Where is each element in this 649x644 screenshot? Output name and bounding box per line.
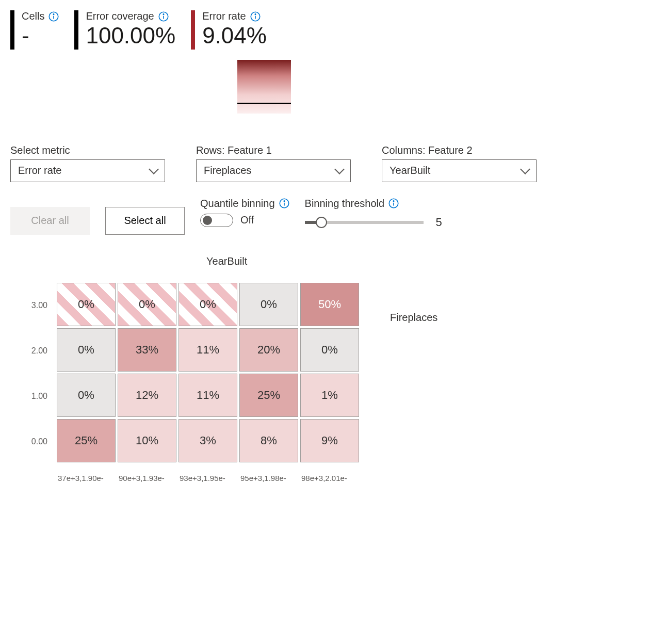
heatmap-cell[interactable]: 25% [239,374,298,417]
metric-bar [191,10,195,50]
slider-handle[interactable] [316,217,327,228]
rows-feature-label: Rows: Feature 1 [196,144,351,156]
cols-feature-dropdown[interactable]: YearBuilt [382,159,537,182]
clear-all-button: Clear all [10,207,90,235]
metric-rate-value: 9.04% [202,22,267,50]
heatmap-y-labels: 3.002.001.000.00 [15,283,47,464]
svg-point-8 [255,13,256,14]
metric-rate-label: Error rate [202,10,246,22]
binning-threshold-value: 5 [436,216,442,229]
metric-cells-value: - [22,22,59,50]
heatmap-y-label: 3.00 [15,283,47,328]
heatmap-cell[interactable]: 0% [118,283,176,326]
heatmap-cell[interactable]: 11% [179,374,237,417]
heatmap-x-label: 90e+3,1.93e- [119,474,180,482]
heatmap-cell[interactable]: 12% [118,374,176,417]
heatmap-x-label: 93e+3,1.95e- [180,474,240,482]
quantile-binning-label: Quantile binning [200,198,275,210]
cols-feature-label: Columns: Feature 2 [382,144,537,156]
heatmap-cell[interactable]: 33% [118,328,176,372]
metric-coverage: Error coverage 100.00% [74,10,175,50]
quantile-binning-state: Off [240,214,254,226]
heatmap-y-label: 1.00 [15,374,47,419]
chevron-down-icon [149,164,159,174]
heatmap-cell[interactable]: 50% [300,283,359,326]
heatmap-cell[interactable]: 0% [57,374,116,417]
rows-feature-dropdown[interactable]: Fireplaces [196,159,351,182]
info-icon[interactable] [158,11,169,22]
heatmap-x-label: 37e+3,1.90e- [58,474,119,482]
chevron-down-icon [520,164,530,174]
heatmap-cells: 0%0%0%0%50%0%33%11%20%0%0%12%11%25%1%25%… [57,283,359,462]
quantile-binning-toggle[interactable] [200,214,233,227]
select-all-button[interactable]: Select all [105,207,185,235]
metric-bar [10,10,14,50]
metric-rate: Error rate 9.04% [191,10,267,50]
heatmap-cell[interactable]: 8% [239,419,298,462]
binning-threshold-label: Binning threshold [305,198,385,210]
metric-cells-label: Cells [22,10,44,22]
info-icon[interactable] [250,11,261,22]
heatmap-cell[interactable]: 0% [239,283,298,326]
heatmap-x-label: 95e+3,1.98e- [240,474,301,482]
rows-feature-value: Fireplaces [204,165,251,176]
heatmap-cell[interactable]: 0% [300,328,359,372]
binning-threshold-slider[interactable] [305,221,424,224]
heatmap-cell[interactable]: 10% [118,419,176,462]
cols-feature-value: YearBuilt [390,165,430,176]
svg-point-14 [393,201,394,202]
heatmap-cell[interactable]: 9% [300,419,359,462]
heatmap-cell[interactable]: 0% [57,328,116,372]
heatmap-y-label: 2.00 [15,328,47,374]
metric-cells: Cells - [10,10,59,50]
svg-point-11 [284,201,285,202]
metrics-row: Cells - Error coverage 100.00% Error rat… [10,10,639,50]
heatmap-cell[interactable]: 0% [179,283,237,326]
heatmap-cell[interactable]: 3% [179,419,237,462]
color-scale-legend [237,60,291,114]
heatmap-y-label: 0.00 [15,419,47,464]
heatmap-cell[interactable]: 25% [57,419,116,462]
info-icon[interactable] [48,11,59,22]
heatmap-cell[interactable]: 1% [300,374,359,417]
info-icon[interactable] [279,198,289,208]
metric-coverage-label: Error coverage [86,10,154,22]
chevron-down-icon [334,164,345,174]
info-icon[interactable] [388,198,399,208]
toggle-knob [203,216,212,225]
heatmap-cell[interactable]: 20% [239,328,298,372]
heatmap-column-title: YearBuilt [206,255,639,267]
svg-point-2 [54,13,55,14]
heatmap-x-label: 98e+3,2.01e- [301,474,362,482]
metric-coverage-value: 100.00% [86,22,175,50]
select-metric-dropdown[interactable]: Error rate [10,159,165,182]
heatmap-cell[interactable]: 11% [179,328,237,372]
heatmap-cell[interactable]: 0% [57,283,116,326]
heatmap-x-labels: 37e+3,1.90e-90e+3,1.93e-93e+3,1.95e-95e+… [58,474,639,482]
metric-bar [74,10,78,50]
heatmap-row-title: Fireplaces [390,312,437,324]
select-metric-value: Error rate [18,165,61,176]
select-metric-label: Select metric [10,144,165,156]
svg-point-5 [163,13,164,14]
